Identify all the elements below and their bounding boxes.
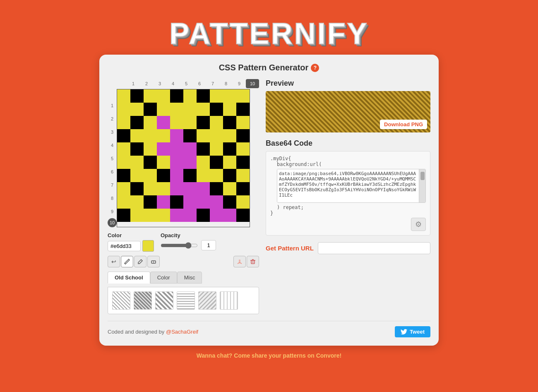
pixel-4-0[interactable]	[117, 142, 130, 156]
eraser-button[interactable]	[147, 256, 160, 267]
pixel-4-4[interactable]	[170, 142, 183, 156]
pixel-3-0[interactable]	[117, 129, 130, 142]
pixel-3-9[interactable]	[236, 129, 250, 142]
pixel-6-5[interactable]	[183, 169, 197, 182]
pixel-0-3[interactable]	[157, 89, 170, 103]
col-5[interactable]: 5	[180, 79, 193, 88]
col-1[interactable]: 1	[127, 79, 140, 88]
pixel-9-0[interactable]	[117, 209, 130, 222]
opacity-value-input[interactable]	[201, 240, 216, 250]
pixel-1-3[interactable]	[157, 103, 170, 116]
pixel-8-0[interactable]	[117, 195, 130, 209]
pixel-6-8[interactable]	[223, 169, 236, 182]
pixel-7-7[interactable]	[210, 182, 223, 195]
col-4[interactable]: 4	[166, 79, 180, 88]
row-num-2[interactable]: 2	[108, 112, 117, 125]
pixel-9-9[interactable]	[236, 209, 250, 222]
pixel-8-8[interactable]	[223, 195, 236, 209]
pixel-6-7[interactable]	[210, 169, 223, 182]
pixel-3-4[interactable]	[170, 129, 183, 142]
pixel-4-3[interactable]	[157, 142, 170, 156]
pattern-thumb-4[interactable]	[177, 291, 195, 310]
pixel-2-4[interactable]	[170, 116, 183, 129]
pixel-6-2[interactable]	[144, 169, 157, 182]
pixel-6-9[interactable]	[236, 169, 250, 182]
pixel-5-0[interactable]	[117, 156, 130, 169]
pixel-7-9[interactable]	[236, 182, 250, 195]
pattern-thumb-3[interactable]	[155, 291, 173, 310]
pixel-6-3[interactable]	[157, 169, 170, 182]
col-3[interactable]: 3	[153, 79, 166, 88]
pixel-0-4[interactable]	[170, 89, 183, 103]
tab-old-school[interactable]: Old School	[108, 272, 150, 284]
pixel-1-5[interactable]	[183, 103, 197, 116]
pixel-2-5[interactable]	[183, 116, 197, 129]
pixel-9-8[interactable]	[223, 209, 236, 222]
col-9[interactable]: 9	[233, 79, 246, 88]
undo-button[interactable]: ↩	[108, 256, 120, 267]
pixel-2-3[interactable]	[157, 116, 170, 129]
pixel-0-5[interactable]	[183, 89, 197, 103]
pattern-thumb-5[interactable]	[198, 291, 216, 310]
pixel-8-6[interactable]	[197, 195, 210, 209]
pixel-8-7[interactable]	[210, 195, 223, 209]
pixel-9-1[interactable]	[130, 209, 144, 222]
pixel-4-1[interactable]	[130, 142, 144, 156]
pixel-1-6[interactable]	[197, 103, 210, 116]
pixel-9-7[interactable]	[210, 209, 223, 222]
pixel-5-4[interactable]	[170, 156, 183, 169]
brush-button[interactable]	[134, 256, 147, 267]
pixel-5-3[interactable]	[157, 156, 170, 169]
tab-misc[interactable]: Misc	[177, 272, 202, 284]
pixel-0-2[interactable]	[144, 89, 157, 103]
pixel-7-1[interactable]	[130, 182, 144, 195]
opacity-slider[interactable]	[161, 242, 198, 249]
pixel-2-7[interactable]	[210, 116, 223, 129]
pixel-7-3[interactable]	[157, 182, 170, 195]
pixel-8-5[interactable]	[183, 195, 197, 209]
row-num-4[interactable]: 4	[108, 139, 117, 152]
pixel-1-4[interactable]	[170, 103, 183, 116]
tab-color[interactable]: Color	[150, 272, 177, 284]
pixel-3-6[interactable]	[197, 129, 210, 142]
row-num-6[interactable]: 6	[108, 165, 117, 178]
pixel-1-0[interactable]	[117, 103, 130, 116]
row-num-5[interactable]: 5	[108, 152, 117, 165]
pixel-0-6[interactable]	[197, 89, 210, 103]
pixel-6-0[interactable]	[117, 169, 130, 182]
pixel-5-7[interactable]	[210, 156, 223, 169]
pixel-1-7[interactable]	[210, 103, 223, 116]
pixel-7-6[interactable]	[197, 182, 210, 195]
pixel-9-6[interactable]	[197, 209, 210, 222]
col-10[interactable]: 10	[246, 79, 259, 88]
pattern-thumb-6[interactable]	[220, 291, 238, 310]
trash-button[interactable]	[247, 256, 259, 267]
pixel-8-1[interactable]	[130, 195, 144, 209]
pixel-9-3[interactable]	[157, 209, 170, 222]
pixel-7-2[interactable]	[144, 182, 157, 195]
pixel-8-9[interactable]	[236, 195, 250, 209]
pixel-2-2[interactable]	[144, 116, 157, 129]
pixel-4-8[interactable]	[223, 142, 236, 156]
pixel-9-5[interactable]	[183, 209, 197, 222]
get-url-button[interactable]: Get Pattern URL	[266, 245, 314, 252]
row-num-7[interactable]: 7	[108, 178, 117, 192]
pixel-9-4[interactable]	[170, 209, 183, 222]
col-6[interactable]: 6	[193, 79, 206, 88]
pixel-5-1[interactable]	[130, 156, 144, 169]
pixel-6-4[interactable]	[170, 169, 183, 182]
pixel-0-7[interactable]	[210, 89, 223, 103]
pixel-8-3[interactable]	[157, 195, 170, 209]
pixel-2-0[interactable]	[117, 116, 130, 129]
row-num-1[interactable]: 1	[108, 99, 117, 112]
pixel-0-1[interactable]	[130, 89, 144, 103]
pixel-6-1[interactable]	[130, 169, 144, 182]
row-num-9[interactable]: 9	[108, 205, 117, 218]
fill-button[interactable]	[233, 256, 246, 267]
pixel-7-8[interactable]	[223, 182, 236, 195]
pixel-0-0[interactable]	[117, 89, 130, 103]
pixel-7-5[interactable]	[183, 182, 197, 195]
pixel-3-2[interactable]	[144, 129, 157, 142]
pixel-4-9[interactable]	[236, 142, 250, 156]
pixel-4-5[interactable]	[183, 142, 197, 156]
